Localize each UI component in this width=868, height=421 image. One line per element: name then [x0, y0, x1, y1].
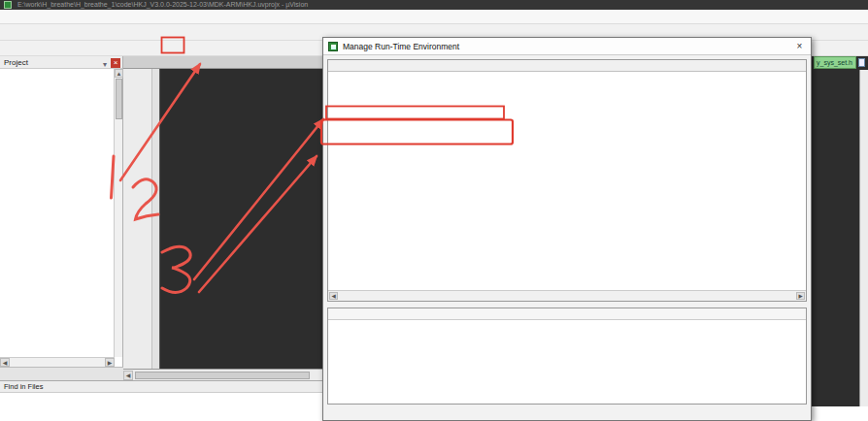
scroll-right-icon[interactable]: ▶ [105, 358, 115, 367]
component-table: ◀ ▶ [327, 59, 807, 302]
manage-rte-dialog: Manage Run-Time Environment × ◀ ▶ [322, 37, 812, 421]
table-hscrollbar[interactable]: ◀ ▶ [328, 290, 806, 301]
workspace-tabs [0, 367, 123, 380]
scroll-thumb[interactable] [116, 79, 122, 119]
dialog-title: Manage Run-Time Environment [343, 42, 459, 51]
scroll-thumb[interactable] [135, 372, 310, 379]
close-icon[interactable]: × [792, 40, 807, 53]
window-titlebar: E:\work\H_breathe\H_breathe_1\code\HKJ_V… [0, 0, 868, 10]
validation-panel [327, 308, 807, 405]
project-panel-title: Project [4, 58, 28, 67]
close-panel-button[interactable]: × [111, 58, 120, 68]
line-number-gutter [123, 69, 152, 369]
editor-tab-my-sys-set[interactable]: y_sys_set.h [814, 56, 856, 69]
scroll-left-icon[interactable]: ◀ [123, 371, 133, 380]
project-panel: Project ▾ × ▲ ◀ ▶ [0, 56, 123, 367]
app-icon [4, 1, 12, 9]
dialog-titlebar: Manage Run-Time Environment × [323, 38, 811, 55]
project-hscrollbar[interactable]: ◀ ▶ [0, 357, 115, 367]
rte-dialog-icon [328, 42, 338, 51]
editor-vscrollbar[interactable] [859, 70, 868, 406]
table-rows [328, 72, 806, 290]
fold-margin [152, 69, 160, 369]
uvision-window: E:\work\H_breathe\H_breathe_1\code\HKJ_V… [0, 0, 868, 421]
scroll-left-icon[interactable]: ◀ [329, 292, 338, 300]
scroll-left-icon[interactable]: ◀ [0, 358, 10, 367]
project-vscrollbar[interactable]: ▲ [114, 69, 122, 357]
project-tree [0, 69, 114, 357]
project-panel-header: Project ▾ × [0, 56, 122, 69]
table-header [328, 60, 806, 72]
scroll-up-icon[interactable]: ▲ [115, 69, 123, 78]
window-title: E:\work\H_breathe\H_breathe_1\code\HKJ_V… [17, 1, 308, 8]
file-icon [858, 58, 865, 67]
editor-right-strip: y_sys_set.h [812, 56, 868, 406]
scroll-right-icon[interactable]: ▶ [796, 292, 805, 300]
menu-bar [0, 10, 868, 24]
validation-header [328, 308, 806, 320]
